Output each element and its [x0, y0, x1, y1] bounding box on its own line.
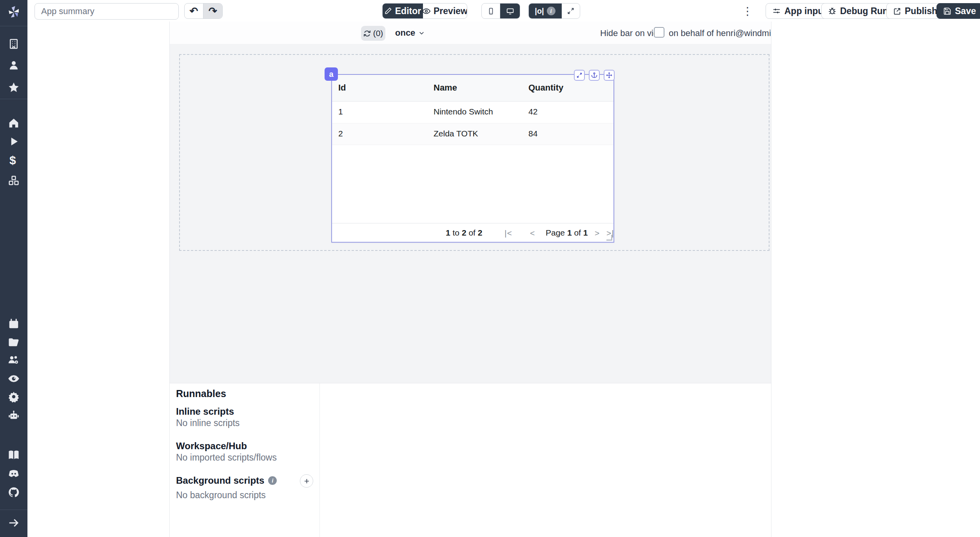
preview-tab[interactable]: Preview	[423, 4, 467, 18]
selected-component-badge[interactable]: a	[325, 67, 338, 81]
bounds-fullscreen-group: |o| i	[528, 3, 580, 19]
inline-scripts-empty: No inline scripts	[176, 418, 240, 428]
settings-gear-icon[interactable]	[8, 391, 20, 403]
column-header[interactable]: Id	[338, 83, 346, 93]
refresh-button[interactable]: (0)	[361, 26, 385, 41]
column-header[interactable]: Name	[434, 83, 457, 93]
schedule-mode-dropdown[interactable]: once	[395, 28, 425, 38]
refresh-count: (0)	[373, 29, 383, 38]
publish-button[interactable]: Publish	[886, 3, 944, 19]
table-row[interactable]: 1 Nintendo Switch 42	[332, 101, 613, 123]
runnables-title: Runnables	[176, 388, 226, 399]
background-scripts-header: Background scripts i	[176, 475, 277, 486]
table-row[interactable]: 2 Zelda TOTK 84	[332, 123, 613, 145]
external-link-icon	[893, 7, 901, 15]
runnables-divider	[319, 383, 320, 537]
save-disk-icon	[943, 7, 951, 15]
settings-panel	[771, 22, 980, 537]
editor-preview-toggle: Editor Preview	[382, 3, 467, 19]
row-range-label: 1 to 2 of 2	[446, 228, 482, 238]
kebab-menu-icon[interactable]: ⋮	[742, 5, 753, 18]
windmill-app-editor: $ App summary ↶ ↷ Editor Preview	[0, 0, 980, 537]
next-page-button[interactable]: >	[595, 229, 600, 238]
info-icon: i	[268, 476, 277, 485]
column-header[interactable]: Quantity	[528, 83, 563, 93]
refresh-icon	[363, 30, 371, 37]
groups-users-icon[interactable]	[8, 354, 20, 366]
home-icon[interactable]	[8, 117, 20, 129]
undo-button[interactable]: ↶	[185, 4, 203, 18]
move-component-icon[interactable]	[604, 70, 615, 81]
github-icon[interactable]	[8, 486, 20, 498]
background-scripts-empty: No background scripts	[176, 490, 266, 501]
sidebar-divider	[0, 26, 27, 26]
sidebar-divider	[0, 99, 27, 99]
info-icon: i	[547, 7, 555, 15]
chevron-down-icon	[418, 29, 425, 37]
workspace-hub-title: Workspace/Hub	[176, 441, 247, 452]
workspace-hub-empty: No imported scripts/flows	[176, 452, 277, 463]
table-header-row	[332, 75, 613, 102]
outputs-panel	[27, 22, 170, 537]
undo-redo-group: ↶ ↷	[184, 3, 223, 19]
eye-icon	[422, 7, 430, 15]
folders-icon[interactable]	[8, 336, 20, 348]
save-button[interactable]: Save	[936, 3, 980, 19]
discord-icon[interactable]	[8, 468, 20, 479]
bounds-toggle-button[interactable]: |o| i	[529, 4, 562, 18]
prev-page-button[interactable]: <	[530, 229, 535, 238]
aggrid-table-component[interactable]: Id Name Quantity 1 Nintendo Switch 42 2 …	[331, 74, 614, 243]
mobile-view-button[interactable]	[482, 4, 500, 18]
expand-sidebar-arrow-icon[interactable]	[8, 517, 20, 529]
inline-scripts-title: Inline scripts	[176, 406, 234, 417]
anchor-component-icon[interactable]	[589, 70, 600, 81]
windmill-logo-icon[interactable]	[5, 4, 22, 21]
variables-dollar-icon[interactable]: $	[9, 154, 21, 165]
resources-cubes-icon[interactable]	[8, 175, 20, 187]
app-summary-input[interactable]: App summary	[34, 3, 179, 20]
runs-play-icon[interactable]	[8, 136, 20, 147]
docs-book-icon[interactable]	[8, 449, 20, 461]
hide-bar-checkbox[interactable]	[654, 27, 664, 38]
sidebar-divider	[0, 510, 27, 510]
bug-icon	[828, 7, 837, 15]
ai-robot-icon[interactable]	[8, 410, 20, 421]
add-background-script-button[interactable]	[300, 474, 313, 488]
desktop-view-button[interactable]	[500, 4, 520, 18]
device-toggle	[481, 3, 520, 19]
sliders-icon	[772, 7, 781, 15]
resize-handle[interactable]	[606, 235, 612, 241]
redo-button[interactable]: ↷	[203, 4, 222, 18]
first-page-button[interactable]: |<	[505, 229, 512, 238]
favorites-star-icon[interactable]	[8, 82, 20, 93]
editor-tab[interactable]: Editor	[383, 4, 423, 18]
table-footer: 1 to 2 of 2 |< < Page 1 of 1 > >|	[332, 223, 613, 242]
audit-eye-icon[interactable]	[8, 373, 20, 385]
left-sidebar: $	[0, 0, 27, 537]
schedules-calendar-icon[interactable]	[8, 318, 20, 330]
workspace-building-icon[interactable]	[8, 38, 20, 50]
page-indicator: Page 1 of 1	[546, 228, 588, 238]
pencil-icon	[384, 7, 392, 15]
fullscreen-button[interactable]	[562, 4, 580, 18]
user-icon[interactable]	[8, 59, 20, 71]
expand-component-icon[interactable]	[574, 70, 585, 81]
